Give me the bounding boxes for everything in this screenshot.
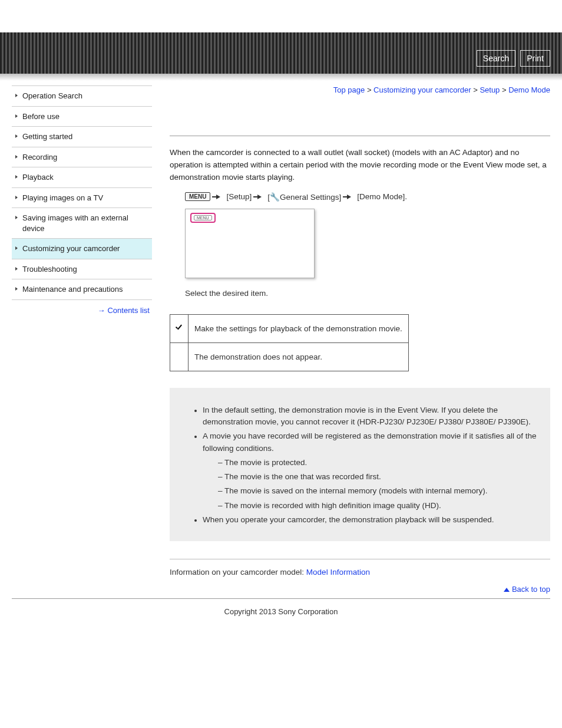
option-text: The demonstration does not appear. xyxy=(189,342,409,371)
select-instruction: Select the desired item. xyxy=(185,289,550,298)
sidebar-item-recording[interactable]: Recording xyxy=(12,147,152,168)
sidebar-item-playback[interactable]: Playback xyxy=(12,167,152,188)
notes-box: In the default setting, the demonstratio… xyxy=(170,388,550,541)
sidebar-item-getting-started[interactable]: Getting started xyxy=(12,127,152,147)
note-item: In the default setting, the demonstratio… xyxy=(203,404,538,429)
print-button[interactable]: Print xyxy=(520,50,550,67)
screen-menu-chip: MENU xyxy=(194,215,212,220)
arrow-right-icon: → xyxy=(97,306,105,315)
menu-chip-icon: MENU xyxy=(185,192,210,201)
sidebar-item-customizing-your-camcorder[interactable]: Customizing your camcorder xyxy=(12,239,152,259)
note-subitem: The movie is protected. xyxy=(218,457,538,469)
model-information-link[interactable]: Model Information xyxy=(306,568,370,577)
arrow-right-icon xyxy=(216,195,220,199)
divider xyxy=(170,136,550,136)
option-text: Make the settings for playback of the de… xyxy=(189,314,409,342)
back-to-top-link[interactable]: Back to top xyxy=(512,585,550,594)
table-row: Make the settings for playback of the de… xyxy=(170,314,409,342)
wrench-icon: 🔧 xyxy=(270,192,280,202)
table-row: The demonstration does not appear. xyxy=(170,342,409,371)
intro-text: When the camcorder is connected to a wal… xyxy=(170,147,550,184)
sidebar-item-playing-images-on-a-tv[interactable]: Playing images on a TV xyxy=(12,188,152,209)
search-button[interactable]: Search xyxy=(477,50,515,67)
path-setup: [Setup] xyxy=(226,192,252,201)
option-icon-cell xyxy=(170,314,189,342)
header-banner: Search Print xyxy=(0,32,562,74)
triangle-up-icon xyxy=(504,588,510,592)
sidebar-item-saving-images-with-an-external-device[interactable]: Saving images with an external device xyxy=(12,208,152,239)
menu-path: MENU [Setup] [🔧General Settings] [Demo M… xyxy=(185,192,550,202)
options-table: Make the settings for playback of the de… xyxy=(170,314,409,371)
breadcrumb-top[interactable]: Top page xyxy=(333,85,365,94)
sidebar-item-maintenance-and-precautions[interactable]: Maintenance and precautions xyxy=(12,279,152,300)
arrow-right-icon xyxy=(347,195,351,199)
sidebar-item-troubleshooting[interactable]: Troubleshooting xyxy=(12,259,152,280)
sidebar-item-operation-search[interactable]: Operation Search xyxy=(12,86,152,107)
divider xyxy=(170,559,550,559)
breadcrumb-customizing[interactable]: Customizing your camcorder xyxy=(373,85,471,94)
note-subitem: The movie is saved on the internal memor… xyxy=(218,485,538,497)
model-info-line: Information on your camcorder model: Mod… xyxy=(170,568,550,577)
note-subitem: The movie is recorded with high definiti… xyxy=(218,500,538,512)
arrow-right-icon xyxy=(257,195,262,199)
breadcrumb-demo-mode[interactable]: Demo Mode xyxy=(508,85,550,94)
sidebar-nav: Operation SearchBefore useGetting starte… xyxy=(12,85,152,300)
option-icon-cell xyxy=(170,342,189,371)
screen-illustration: MENU xyxy=(185,209,315,278)
copyright-text: Copyright 2013 Sony Corporation xyxy=(0,599,562,628)
breadcrumb: Top page > Customizing your camcorder > … xyxy=(170,85,550,94)
note-subitem: The movie is the one that was recorded f… xyxy=(218,471,538,483)
note-item: When you operate your camcorder, the dem… xyxy=(203,514,538,526)
path-demo: [Demo Mode]. xyxy=(357,192,407,201)
sidebar-item-before-use[interactable]: Before use xyxy=(12,107,152,127)
check-icon xyxy=(175,324,183,332)
breadcrumb-setup[interactable]: Setup xyxy=(480,85,500,94)
contents-list-link[interactable]: Contents list xyxy=(107,306,150,315)
path-general: [🔧General Settings] xyxy=(267,192,341,202)
note-item: A movie you have recorded will be regist… xyxy=(203,430,538,454)
